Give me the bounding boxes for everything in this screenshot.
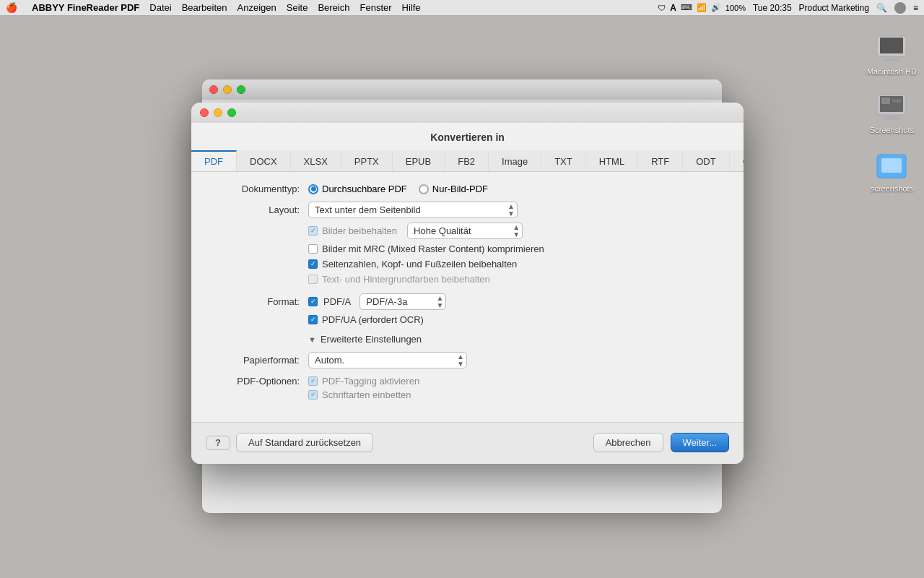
- radio-image-circle[interactable]: [419, 184, 429, 194]
- shield-icon: 🛡: [658, 4, 666, 12]
- minimize-button-bg[interactable]: [223, 85, 232, 94]
- layout-label: Layout:: [213, 204, 300, 215]
- dokumenttyp-controls: Durchsuchbare PDF Nur-Bild-PDF: [308, 184, 722, 194]
- screenshots-label: Screenshots: [870, 126, 914, 134]
- help-button[interactable]: ?: [206, 436, 230, 450]
- tab-pptx[interactable]: PPTX: [341, 150, 393, 171]
- seitenzahlen-row: Seitenzahlen, Kopf- und Fußzeilen beibeh…: [308, 259, 722, 269]
- layout-controls: Text unter dem Seitenbild ▲▼: [308, 202, 722, 218]
- dialog-footer: ? Auf Standard zurücksetzen Abbrechen We…: [191, 422, 744, 464]
- tab-docx[interactable]: DOCX: [237, 150, 291, 171]
- footer-right: Abbrechen Weiter...: [593, 433, 729, 452]
- layout-row: Layout: Text unter dem Seitenbild ▲▼: [213, 202, 722, 218]
- pdfua-checkbox[interactable]: [308, 315, 318, 324]
- pdf-tagging-checkbox[interactable]: [308, 376, 318, 386]
- clock: Tue 20:35: [753, 3, 792, 13]
- pdfa-select-wrapper: PDF/A-3a ▲▼: [359, 293, 446, 310]
- next-button[interactable]: Weiter...: [671, 433, 729, 452]
- battery-status: 100%: [725, 4, 746, 12]
- menu-anzeigen[interactable]: Anzeigen: [237, 2, 276, 13]
- tab-fb2[interactable]: FB2: [445, 150, 489, 171]
- papierformat-select-wrapper: Autom. ▲▼: [308, 352, 467, 368]
- erweiterte-arrow: ▼: [308, 335, 316, 344]
- menu-hilfe[interactable]: Hilfe: [402, 2, 421, 13]
- tab-bar: PDF DOCX XLSX PPTX EPUB FB2 Image TXT HT…: [191, 150, 744, 172]
- dokumenttyp-label: Dokumenttyp:: [213, 184, 300, 194]
- pdfua-label: PDF/UA (erfordert OCR): [322, 314, 424, 325]
- quality-select[interactable]: Hohe Qualität: [407, 223, 523, 239]
- dialog-titlebar: [191, 103, 744, 123]
- app-name[interactable]: ABBYY FineReader PDF: [32, 2, 139, 13]
- tab-txt[interactable]: TXT: [541, 150, 586, 171]
- mrc-label: Bilder mit MRC (Mixed Raster Content) ko…: [322, 243, 544, 254]
- menubar: 🍎 ABBYY FineReader PDF Datei Bearbeiten …: [0, 0, 924, 16]
- seitenzahlen-checkbox[interactable]: [308, 259, 318, 269]
- quality-select-wrapper-outer: Hohe Qualität ▲▼: [407, 223, 523, 239]
- farben-checkbox[interactable]: [308, 275, 318, 284]
- layout-select[interactable]: Text unter dem Seitenbild: [308, 202, 518, 218]
- dokumenttyp-row: Dokumenttyp: Durchsuchbare PDF Nur-Bild-…: [213, 184, 722, 194]
- format-controls: PDF/A PDF/A-3a ▲▼: [308, 293, 722, 310]
- tab-epub[interactable]: EPUB: [393, 150, 445, 171]
- cancel-button[interactable]: Abbrechen: [593, 433, 663, 452]
- tab-odt[interactable]: ODT: [683, 150, 729, 171]
- pdf-tagging-label: PDF-Tagging aktivieren: [322, 376, 419, 387]
- seitenzahlen-label: Seitenzahlen, Kopf- und Fußzeilen beibeh…: [322, 259, 517, 269]
- dialog-minimize[interactable]: [214, 108, 222, 117]
- list-icon[interactable]: ≡: [913, 3, 918, 13]
- search-icon[interactable]: 🔍: [876, 3, 887, 13]
- schriftarten-checkbox[interactable]: [308, 390, 318, 400]
- dialog-close[interactable]: [200, 108, 209, 117]
- volume-icon: 🔊: [711, 3, 721, 12]
- radio-image-pdf[interactable]: Nur-Bild-PDF: [419, 184, 488, 194]
- radio-searchable-circle[interactable]: [308, 184, 318, 194]
- pdfa-checkbox[interactable]: [308, 297, 318, 306]
- svg-rect-1: [880, 38, 903, 53]
- format-label: Format:: [213, 296, 300, 307]
- macintosh-hd-icon[interactable]: Macintosh HD: [867, 30, 917, 76]
- menu-fenster[interactable]: Fenster: [359, 2, 391, 13]
- pdf-tagging-row: PDF-Tagging aktivieren: [308, 376, 419, 387]
- erweiterte-header[interactable]: ▼ Erweiterte Einstellungen: [308, 334, 722, 345]
- dialog-maximize[interactable]: [227, 108, 236, 117]
- reset-button[interactable]: Auf Standard zurücksetzen: [236, 433, 373, 452]
- radio-searchable[interactable]: Durchsuchbare PDF: [308, 184, 407, 194]
- close-button-bg[interactable]: [209, 85, 218, 94]
- papierformat-row: Papierformat: Autom. ▲▼: [213, 352, 722, 368]
- apple-menu[interactable]: 🍎: [6, 2, 17, 13]
- screenshots-icon[interactable]: Screenshots: [870, 89, 914, 134]
- schriftarten-label: Schriftarten einbetten: [322, 389, 411, 400]
- macintosh-hd-label: Macintosh HD: [867, 67, 917, 76]
- pdfua-row: PDF/UA (erfordert OCR): [308, 314, 722, 325]
- menu-seite[interactable]: Seite: [287, 2, 308, 13]
- mrc-checkbox[interactable]: [308, 244, 318, 254]
- svg-rect-8: [881, 98, 890, 104]
- pdf-optionen-label: PDF-Optionen:: [213, 376, 300, 387]
- tab-image[interactable]: Image: [489, 150, 541, 171]
- screenshots2-icon[interactable]: screenshots: [871, 147, 913, 193]
- pdfa-select[interactable]: PDF/A-3a: [359, 293, 446, 310]
- user-avatar[interactable]: [894, 2, 906, 14]
- maximize-button-bg[interactable]: [237, 85, 245, 94]
- erweiterte-label: Erweiterte Einstellungen: [321, 334, 422, 345]
- tab-xlsx[interactable]: XLSX: [291, 150, 341, 171]
- svg-rect-7: [881, 118, 902, 120]
- dialog-title: Konvertieren in: [191, 123, 744, 150]
- tab-html[interactable]: HTML: [586, 150, 638, 171]
- menu-bereich[interactable]: Bereich: [318, 2, 349, 13]
- format-row: Format: PDF/A PDF/A-3a ▲▼: [213, 293, 722, 310]
- images-keep-checkbox[interactable]: [308, 226, 318, 236]
- menu-bearbeiten[interactable]: Bearbeiten: [182, 2, 227, 13]
- menu-datei[interactable]: Datei: [149, 2, 171, 13]
- farben-label: Text- und Hintergrundfarben beibehalten: [322, 274, 490, 285]
- radio-image-label: Nur-Bild-PDF: [432, 184, 488, 194]
- svg-rect-3: [881, 60, 902, 61]
- papierformat-select[interactable]: Autom.: [308, 352, 467, 368]
- footer-left: ? Auf Standard zurücksetzen: [206, 433, 373, 452]
- desktop-icons: Macintosh HD Screenshots: [867, 30, 917, 193]
- tab-pdf[interactable]: PDF: [191, 150, 237, 171]
- tab-rtf[interactable]: RTF: [638, 150, 683, 171]
- mrc-row: Bilder mit MRC (Mixed Raster Content) ko…: [308, 243, 722, 254]
- tab-csv[interactable]: CSV: [730, 150, 744, 171]
- images-keep-row: Bilder beibehalten Hohe Qualität ▲▼: [308, 223, 722, 239]
